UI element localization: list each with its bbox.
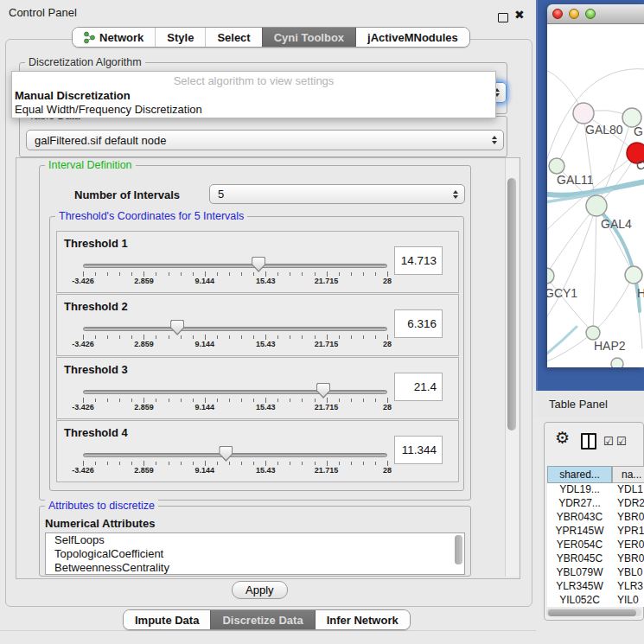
network-node[interactable]	[611, 358, 623, 367]
number-of-intervals-combobox[interactable]: 5	[209, 184, 465, 204]
settings-scrollbar-thumb[interactable]	[507, 178, 516, 430]
tab-jactivemnodules[interactable]: jActiveMNodules	[355, 28, 469, 47]
tab-style[interactable]: Style	[155, 28, 205, 47]
attribute-list-item[interactable]: SelfLoops	[46, 533, 464, 547]
network-node-label: H	[637, 286, 644, 300]
slider-tick	[302, 335, 303, 339]
attribute-list-item[interactable]: BetweennessCentrality	[46, 561, 464, 575]
network-graph: GAL80GCGAL11GAL4GCY1HHAP2	[547, 24, 644, 367]
slider-tick-label: 15.43	[256, 466, 276, 475]
float-window-icon[interactable]	[498, 13, 508, 22]
subtab-label: Impute Data	[135, 614, 199, 627]
network-node-label: GAL11	[557, 173, 594, 187]
column-header-shared[interactable]: shared...	[547, 466, 612, 483]
slider-tick-label: 21.715	[315, 277, 339, 285]
slider-tick	[107, 272, 108, 276]
network-node-label: GCY1	[547, 286, 577, 300]
table-row[interactable]: YDL19...YDL1	[547, 483, 644, 497]
table-row[interactable]: YIL052CYIL0	[547, 594, 644, 607]
slider-tick	[181, 272, 182, 276]
close-icon[interactable]: ✖	[514, 8, 525, 22]
cell-shared-name: YBL079W	[547, 566, 612, 578]
threshold-value-field[interactable]: 14.713	[394, 246, 443, 275]
close-traffic-light[interactable]	[552, 9, 563, 19]
slider-tick	[363, 399, 364, 402]
slider-tick-label: 28	[383, 277, 392, 285]
network-node-h[interactable]	[625, 266, 642, 284]
attribute-list-item[interactable]: TopologicalCoefficient	[46, 547, 464, 561]
cell-name: YBL0	[617, 566, 642, 578]
checkbox-icon[interactable]: ☑	[603, 435, 614, 448]
cell-shared-name: YPR145W	[547, 525, 612, 537]
table-hscrollbar-thumb[interactable]	[548, 609, 636, 616]
control-panel-header: Control Panel ✖	[0, 0, 536, 24]
numerical-attributes-label: Numerical Attributes	[45, 517, 155, 530]
table-row[interactable]: YDR27...YDR2	[547, 497, 644, 511]
cell-name: YBR0	[617, 552, 644, 564]
popup-option-equal-width-frequency[interactable]: Equal Width/Frequency Discretization	[12, 103, 495, 117]
tab-label: Cyni Toolbox	[274, 31, 344, 44]
number-of-intervals-value: 5	[218, 188, 224, 201]
threshold-value-field[interactable]: 21.4	[394, 373, 443, 401]
slider-thumb[interactable]	[316, 383, 330, 399]
threshold-label: Threshold 4	[64, 426, 128, 439]
column-header-name[interactable]: na...	[612, 466, 644, 483]
node-table-panel: ⚙ ☑ ☑ shared... na... YDL19...YDL1YDR27.…	[544, 422, 644, 621]
slider-tick	[290, 272, 290, 276]
table-row[interactable]: YBR045CYBR0	[547, 552, 644, 566]
list-scrollbar[interactable]	[455, 535, 462, 564]
combo-spinner-icon	[453, 190, 458, 199]
table-row[interactable]: YBL079WYBL0	[547, 566, 644, 580]
tab-network[interactable]: Network	[73, 28, 155, 47]
slider-tick	[119, 399, 120, 402]
slider-thumb[interactable]	[252, 257, 265, 272]
threshold-value-field[interactable]: 11.344	[394, 436, 443, 464]
slider-thumb[interactable]	[219, 446, 233, 462]
network-node-hap2[interactable]	[586, 326, 600, 340]
numerical-attributes-list[interactable]: SelfLoopsTopologicalCoefficientBetweenne…	[45, 532, 465, 575]
table-row[interactable]: YBR043CYBR0	[547, 511, 644, 525]
table-row[interactable]: YPR145WYPR1	[547, 525, 644, 539]
minimize-traffic-light[interactable]	[569, 9, 579, 19]
slider-tick-label: 15.43	[256, 277, 276, 285]
network-node-gcy1[interactable]	[547, 268, 554, 284]
slider-track[interactable]	[83, 264, 387, 268]
table-data-combobox[interactable]: galFiltered.sif default node	[26, 130, 504, 150]
interval-definition-group: Interval Definition Number of Intervals …	[39, 165, 471, 501]
network-edge	[547, 327, 577, 356]
columns-icon[interactable]	[581, 433, 596, 450]
subtab-discretize-data[interactable]: Discretize Data	[210, 610, 314, 629]
network-node-label: C	[636, 158, 644, 172]
network-canvas[interactable]: GAL80GCGAL11GAL4GCY1HHAP2	[547, 24, 644, 367]
slider-track[interactable]	[83, 327, 387, 331]
network-node-gal11[interactable]	[549, 158, 564, 174]
slider-tick	[95, 399, 96, 402]
subtab-impute-data[interactable]: Impute Data	[124, 610, 210, 629]
cell-name: YIL0	[617, 594, 639, 606]
subtab-infer-network[interactable]: Infer Network	[315, 610, 410, 629]
network-node-gal4[interactable]	[586, 195, 607, 216]
apply-button[interactable]: Apply	[232, 581, 288, 599]
subtab-label: Discretize Data	[222, 614, 303, 627]
tab-select[interactable]: Select	[205, 28, 261, 47]
checkbox-icon[interactable]: ☑	[616, 435, 627, 448]
slider-track[interactable]	[83, 390, 387, 394]
slider-tick	[107, 462, 108, 465]
slider-thumb[interactable]	[170, 320, 184, 335]
network-node-gal80[interactable]	[573, 103, 594, 124]
table-row[interactable]: YER054CYER0	[547, 539, 644, 552]
zoom-traffic-light[interactable]	[585, 9, 596, 19]
network-window-titlebar[interactable]	[547, 4, 644, 24]
slider-track[interactable]	[83, 453, 387, 457]
slider-tick	[229, 335, 230, 339]
table-hscrollbar-track[interactable]	[546, 609, 641, 616]
slider-tick	[339, 399, 340, 402]
threshold-value-field[interactable]: 6.316	[394, 309, 443, 338]
table-row[interactable]: YLR345WYLR3	[547, 580, 644, 594]
slider-tick	[241, 462, 242, 465]
slider-tick	[95, 335, 96, 339]
popup-option-manual-discretization[interactable]: Manual Discretization	[12, 89, 495, 103]
gear-icon[interactable]: ⚙	[555, 430, 570, 446]
tab-cyni-toolbox[interactable]: Cyni Toolbox	[262, 28, 355, 47]
cell-name: YPR1	[617, 525, 644, 537]
